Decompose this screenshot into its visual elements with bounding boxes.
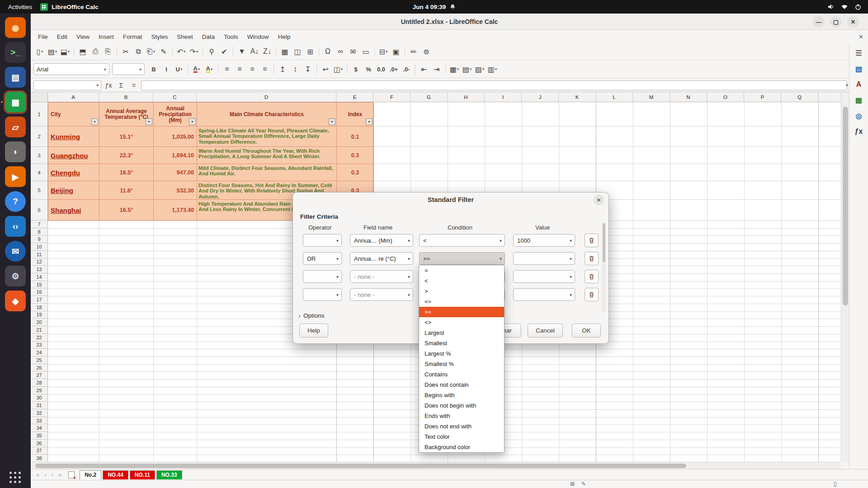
menu-help[interactable]: Help <box>274 32 295 42</box>
condition-option[interactable]: Smallest <box>419 338 504 348</box>
city-cell[interactable]: Beijing <box>48 182 99 200</box>
city-cell[interactable]: Shanghai <box>48 200 99 221</box>
field-name-combobox-1[interactable]: Annua… (Mm)▾ <box>350 234 413 247</box>
row-header-25[interactable]: 25 <box>31 357 47 364</box>
selection-mode-icon[interactable]: ⊞ <box>570 481 575 487</box>
clone-formatting-button[interactable]: ✎ <box>157 45 170 58</box>
condition-combobox-2[interactable]: >=▾ <box>419 252 505 265</box>
temperature-cell[interactable]: 22.3° <box>99 147 154 164</box>
hyperlink-button[interactable]: ∞ <box>334 45 347 58</box>
vertical-scrollbar-thumb[interactable] <box>843 107 848 305</box>
column-header-L[interactable]: L <box>596 92 633 102</box>
name-box[interactable]: ▾ <box>33 80 101 90</box>
font-name-combobox[interactable]: Arial ▾ <box>33 63 109 75</box>
operator-combobox-4[interactable]: ▾ <box>303 288 342 301</box>
row-header-15[interactable]: 15 <box>31 281 47 289</box>
row-header-20[interactable]: 20 <box>31 319 47 326</box>
dock-item-ubuntu-software[interactable]: ◈ <box>5 291 26 311</box>
minimize-button[interactable]: — <box>813 16 825 28</box>
menu-data[interactable]: Data <box>198 32 220 42</box>
condition-option[interactable]: < <box>419 276 504 286</box>
border-style-button[interactable]: ▤▾ <box>461 63 473 75</box>
undo-button[interactable]: ↶▾ <box>175 45 188 58</box>
precipitation-cell[interactable]: 947.00 <box>154 164 197 181</box>
last-sheet-button[interactable]: » <box>57 471 63 478</box>
index-cell[interactable]: 0.1 <box>337 127 374 147</box>
dock-item-terminal[interactable]: >_ <box>5 42 26 63</box>
row-header-31[interactable]: 31 <box>31 402 47 409</box>
open-button[interactable]: ▤▾ <box>46 45 59 58</box>
condition-option[interactable]: >= <box>419 307 504 317</box>
condition-option[interactable]: Largest <box>419 328 504 338</box>
row-header-5[interactable]: 5 <box>31 181 47 200</box>
row-header-28[interactable]: 28 <box>31 379 47 387</box>
bold-button[interactable]: B <box>147 63 160 75</box>
activities-button[interactable]: Activities <box>0 4 40 10</box>
title-bar[interactable]: Untitled 2.xlsx - LibreOffice Calc — ▢ ✕ <box>31 14 868 30</box>
precipitation-cell[interactable]: 532.30 <box>154 182 197 200</box>
document-modified-icon[interactable]: ✎ <box>581 481 586 487</box>
dock-item-settings[interactable]: ⚙ <box>5 266 26 286</box>
menu-edit[interactable]: Edit <box>52 32 72 42</box>
condition-option[interactable]: > <box>419 286 504 296</box>
value-combobox-2[interactable]: ▾ <box>513 252 575 265</box>
index-cell[interactable]: 0.3 <box>337 147 374 164</box>
row-header-37[interactable]: 37 <box>31 447 47 455</box>
justified-button[interactable]: ≡ <box>259 63 271 75</box>
condition-option[interactable]: Does not end with <box>419 421 504 432</box>
center-vertically-button[interactable]: ↕ <box>289 63 302 75</box>
row-header-36[interactable]: 36 <box>31 440 47 447</box>
column-header-M[interactable]: M <box>633 92 670 102</box>
new-button[interactable]: ▯▾ <box>33 45 46 58</box>
highlight-color-button[interactable]: A▾ <box>203 63 216 75</box>
row-header-34[interactable]: 34 <box>31 424 47 432</box>
criteria-scrollbar-thumb[interactable] <box>603 223 605 262</box>
row-header-23[interactable]: 23 <box>31 342 47 349</box>
gallery-icon[interactable]: ▦ <box>855 96 862 104</box>
row-header-30[interactable]: 30 <box>31 394 47 402</box>
properties-icon[interactable]: ▤ <box>855 65 862 73</box>
menu-view[interactable]: View <box>72 32 94 42</box>
city-cell[interactable]: Chengdu <box>48 164 99 181</box>
insert-comment-button[interactable]: ✉ <box>347 45 359 58</box>
dock-item-thunderbird[interactable]: ✉ <box>5 241 26 262</box>
font-color-button[interactable]: A▾ <box>190 63 203 75</box>
temperature-cell[interactable]: 16.5° <box>99 164 154 181</box>
format-number-button[interactable]: 0.0 <box>375 63 387 75</box>
align-right-button[interactable]: ≡ <box>246 63 259 75</box>
decrease-indent-button[interactable]: ⇤ <box>418 63 430 75</box>
autofilter-button[interactable]: ▼ <box>236 45 248 58</box>
row-headers[interactable]: 1234567891011121314151617181920212223242… <box>31 102 48 462</box>
insert-pivot-table-button[interactable]: ⊞ <box>304 45 316 58</box>
row-header-32[interactable]: 32 <box>31 409 47 417</box>
borders-button[interactable]: ▦▾ <box>448 63 461 75</box>
climate-description-cell[interactable]: Warm And Humid Throughout The Year, With… <box>197 147 337 164</box>
ok-button[interactable]: OK <box>572 324 601 338</box>
menu-file[interactable]: File <box>33 32 52 42</box>
dock-item-gimp[interactable]: ◗ <box>5 141 26 162</box>
dialog-close-button[interactable]: ✕ <box>594 195 604 205</box>
vertical-scrollbar[interactable] <box>841 92 849 462</box>
header-cell-5[interactable]: Index▼ <box>337 103 374 127</box>
precipitation-cell[interactable]: 1,035.00 <box>154 127 197 147</box>
sheet-tab-NO-33[interactable]: NO.33 <box>156 470 182 479</box>
row-header-19[interactable]: 19 <box>31 311 47 319</box>
format-currency-button[interactable]: $ <box>349 63 362 75</box>
paste-button[interactable]: ⎗▾ <box>145 45 157 58</box>
italic-button[interactable]: I <box>160 63 173 75</box>
climate-description-cell[interactable]: Spring-Like Climate All Year Round, Plea… <box>197 127 337 147</box>
functions-icon[interactable]: ƒx <box>855 127 863 136</box>
styles-icon[interactable]: A <box>856 80 862 89</box>
dock-item-vscode[interactable]: ‹› <box>5 216 26 237</box>
show-draw-functions-button[interactable]: ✏ <box>407 45 420 58</box>
sum-button[interactable]: Σ <box>116 80 127 90</box>
zoom-button[interactable]: ⊚ <box>420 45 433 58</box>
row-header-26[interactable]: 26 <box>31 364 47 372</box>
condition-option[interactable]: Does not begin with <box>419 400 504 411</box>
column-header-Q[interactable]: Q <box>781 92 818 102</box>
condition-option[interactable]: Largest % <box>419 348 504 359</box>
next-sheet-button[interactable]: › <box>50 471 55 478</box>
column-header-K[interactable]: K <box>559 92 596 102</box>
row-header-29[interactable]: 29 <box>31 387 47 394</box>
row-header-10[interactable]: 10 <box>31 243 47 251</box>
